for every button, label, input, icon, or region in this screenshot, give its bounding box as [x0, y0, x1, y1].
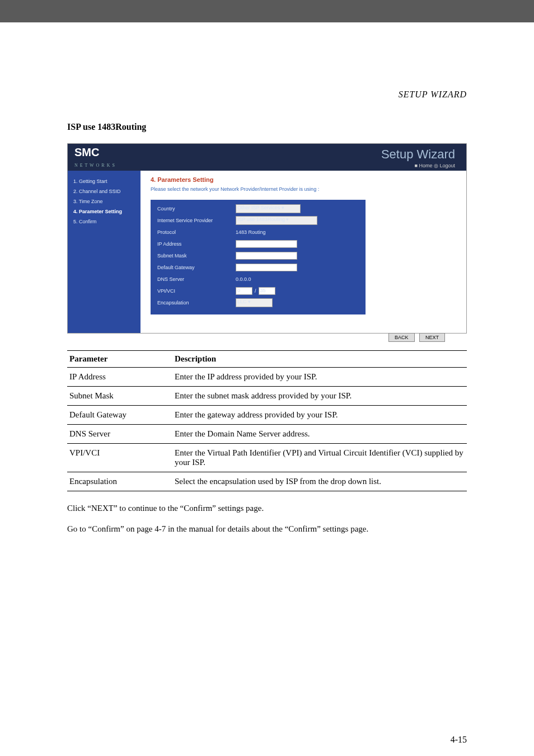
country-label: Country: [157, 206, 236, 212]
logo: SMC N E T W O R K S: [74, 146, 115, 169]
table-row: EncapsulationSelect the encapsulation us…: [67, 472, 467, 491]
screenshot-title: Setup Wizard: [381, 147, 455, 162]
next-button[interactable]: NEXT: [419, 333, 445, 342]
ip-input[interactable]: [236, 240, 297, 248]
table-row: IP AddressEnter the IP address provided …: [67, 368, 467, 387]
logo-subtext: N E T W O R K S: [74, 163, 115, 168]
page-header: SETUP WIZARD: [67, 90, 467, 100]
form-description: Please select the network your Network P…: [151, 186, 456, 192]
isp-label: Internet Service Provider: [157, 218, 236, 223]
protocol-value: 1483 Routing: [236, 229, 266, 235]
sidebar-step-1[interactable]: 1. Getting Start: [68, 176, 140, 186]
col-parameter: Parameter: [67, 351, 172, 368]
router-screenshot: SMC N E T W O R K S Setup Wizard ■ Home …: [67, 143, 467, 334]
body-paragraph-1: Click “NEXT” to continue to the “Confirm…: [67, 503, 467, 514]
page-number: 4-15: [451, 735, 467, 745]
ip-label: IP Address: [157, 241, 236, 247]
gateway-label: Default Gateway: [157, 265, 236, 270]
isp-select[interactable]: ISP use 1483Routing ▾: [236, 216, 317, 225]
subnet-input[interactable]: [236, 252, 297, 260]
body-paragraph-2: Go to “Confirm” on page 4-7 in the manua…: [67, 523, 467, 535]
table-row: Default GatewayEnter the gateway address…: [67, 406, 467, 425]
subnet-label: Subnet Mask: [157, 253, 236, 259]
screenshot-header-links[interactable]: ■ Home ◎ Logout: [415, 163, 455, 168]
dns-label: DNS Server: [157, 276, 236, 282]
sidebar-step-3[interactable]: 3. Time Zone: [68, 196, 140, 206]
vpi-input[interactable]: 0: [236, 287, 252, 295]
vpivci-label: VPI/VCI: [157, 288, 236, 294]
screenshot-header: SMC N E T W O R K S Setup Wizard ■ Home …: [68, 144, 466, 171]
dns-value: 0.0.0.0: [236, 276, 251, 282]
encap-label: Encapsulation: [157, 300, 236, 306]
country-select[interactable]: Other ISP Services ▾: [236, 204, 301, 213]
screenshot-body: 1. Getting Start 2. Channel and SSID 3. …: [68, 171, 466, 333]
screenshot-main: 4. Parameters Setting Please select the …: [140, 171, 466, 333]
parameter-table: Parameter Description IP AddressEnter th…: [67, 350, 467, 491]
sidebar-step-2[interactable]: 2. Channel and SSID: [68, 186, 140, 196]
gateway-input[interactable]: [236, 264, 297, 271]
form-title: 4. Parameters Setting: [151, 176, 456, 183]
section-title: ISP use 1483Routing: [67, 122, 467, 132]
table-row: DNS ServerEnter the Domain Name Server a…: [67, 425, 467, 444]
protocol-label: Protocol: [157, 229, 236, 235]
button-row: BACK NEXT: [151, 314, 456, 342]
table-row: VPI/VCIEnter the Virtual Path Identifier…: [67, 444, 467, 472]
document-page: SETUP WIZARD ISP use 1483Routing SMC N E…: [0, 22, 534, 756]
vci-input[interactable]: 35: [259, 287, 275, 295]
table-row: Subnet MaskEnter the subnet mask address…: [67, 387, 467, 406]
sidebar-step-5[interactable]: 5. Confirm: [68, 217, 140, 227]
form-panel: Country Other ISP Services ▾ Internet Se…: [151, 200, 366, 314]
screenshot-sidebar: 1. Getting Start 2. Channel and SSID 3. …: [68, 171, 140, 333]
sidebar-step-4[interactable]: 4. Parameter Setting: [68, 206, 140, 217]
logo-text: SMC: [74, 146, 99, 158]
col-description: Description: [172, 351, 467, 368]
encap-select[interactable]: LLC ▾: [236, 298, 273, 307]
back-button[interactable]: BACK: [388, 333, 415, 342]
